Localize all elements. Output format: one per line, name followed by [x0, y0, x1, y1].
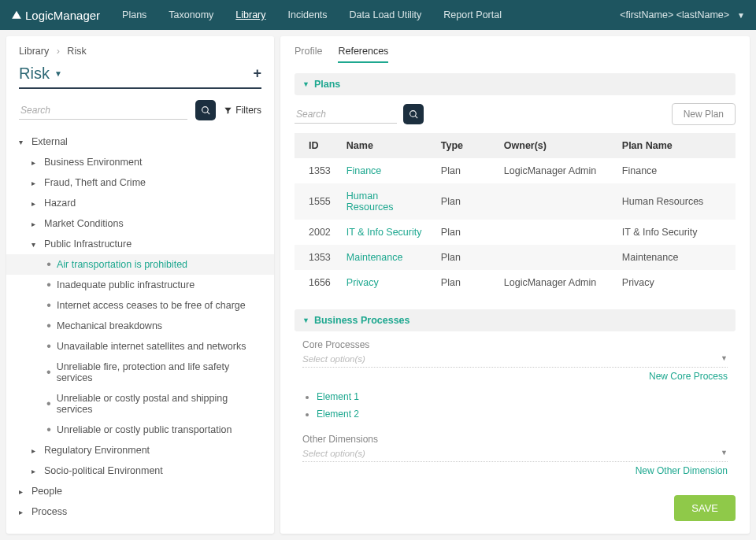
- new-other-dimension-link[interactable]: New Other Dimension: [302, 465, 728, 476]
- tree-leaf[interactable]: •Unreliable fire, protection and life sa…: [19, 357, 261, 388]
- plan-name-link[interactable]: Privacy: [346, 277, 379, 288]
- caret-down-icon: ▾: [32, 240, 41, 249]
- nav-incidents[interactable]: Incidents: [288, 9, 328, 20]
- cell-id: 1656: [295, 270, 339, 295]
- col-name[interactable]: Name: [339, 133, 433, 158]
- chevron-right-icon: ›: [57, 46, 60, 57]
- tree-label: External: [32, 136, 68, 147]
- tree-label: Unreliable or costly postal and shipping…: [57, 393, 261, 415]
- accordion-plans-label: Plans: [314, 79, 340, 90]
- cell-plan-name: Maintenance: [614, 245, 736, 270]
- sidebar-search-input[interactable]: [19, 102, 187, 120]
- user-menu[interactable]: <firstName> <lastName> ▼: [620, 9, 745, 20]
- other-dimensions-select[interactable]: Select option(s) ▼: [302, 446, 728, 462]
- section-title-text: Risk: [19, 65, 50, 83]
- bullet-icon: •: [44, 301, 54, 309]
- nav-plans[interactable]: Plans: [122, 9, 146, 20]
- tree-item[interactable]: ▸Hazard: [19, 193, 261, 213]
- add-button[interactable]: +: [253, 65, 261, 82]
- filters-label: Filters: [235, 105, 261, 116]
- tree-label: Unreliable or costly public transportati…: [57, 424, 232, 435]
- caret-right-icon: ▸: [19, 487, 28, 496]
- caret-down-icon: ▼: [302, 316, 309, 324]
- table-row: 1555Human ResourcesPlanHuman Resources: [295, 183, 736, 220]
- plans-search-input[interactable]: [295, 105, 397, 124]
- cell-plan-name: Privacy: [614, 270, 736, 295]
- caret-down-icon: ▼: [721, 449, 728, 458]
- cell-plan-name: IT & Info Security: [614, 220, 736, 245]
- caret-right-icon: ▸: [19, 508, 28, 516]
- brand-logo[interactable]: LogicManager: [11, 9, 100, 22]
- cell-type: Plan: [433, 270, 496, 295]
- tree-leaf[interactable]: •Mechanical breakdowns: [19, 316, 261, 336]
- cell-id: 1353: [295, 158, 339, 183]
- bullet-icon: •: [44, 368, 54, 376]
- nav-data-load-utility[interactable]: Data Load Utility: [350, 9, 422, 20]
- save-button[interactable]: SAVE: [674, 495, 736, 521]
- plan-name-link[interactable]: Finance: [346, 165, 381, 176]
- col-type[interactable]: Type: [433, 133, 496, 158]
- col-plan-name[interactable]: Plan Name: [614, 133, 736, 158]
- tree-item[interactable]: ▸Fraud, Theft and Crime: [19, 172, 261, 193]
- tree-leaf[interactable]: •Internet access ceases to be free of ch…: [19, 295, 261, 316]
- tree-label: People: [32, 486, 62, 497]
- accordion-business-processes[interactable]: ▼ Business Processes: [295, 309, 736, 331]
- table-row: 2002IT & Info SecurityPlanIT & Info Secu…: [295, 220, 736, 245]
- new-plan-button[interactable]: New Plan: [672, 103, 736, 125]
- tree-leaf[interactable]: •Inadequate public infrastructure: [19, 275, 261, 295]
- cell-type: Plan: [433, 183, 496, 220]
- plan-name-link[interactable]: Human Resources: [346, 190, 394, 213]
- tree-label: Market Conditions: [44, 218, 124, 229]
- tree-item[interactable]: ▸Socio-political Environment: [19, 460, 261, 481]
- new-core-process-link[interactable]: New Core Process: [302, 371, 728, 382]
- col-id[interactable]: ID: [295, 133, 339, 158]
- tree-label: Public Infrastructure: [44, 239, 132, 250]
- bullet-icon: •: [44, 281, 54, 289]
- section-title-dropdown[interactable]: Risk ▼: [19, 65, 62, 83]
- nav-report-portal[interactable]: Report Portal: [443, 9, 502, 20]
- cell-type: Plan: [433, 220, 496, 245]
- tree-item[interactable]: ▸People: [19, 481, 261, 501]
- nav-library[interactable]: Library: [235, 9, 265, 20]
- sidebar-search-button[interactable]: [195, 100, 216, 120]
- breadcrumb-risk[interactable]: Risk: [67, 46, 86, 57]
- caret-right-icon: ▸: [32, 220, 41, 228]
- accordion-plans[interactable]: ▼ Plans: [295, 73, 736, 95]
- tree-leaf[interactable]: •Unreliable or costly postal and shippin…: [19, 388, 261, 420]
- tree-external[interactable]: ▾External: [19, 131, 261, 152]
- nav-taxonomy[interactable]: Taxonomy: [169, 9, 213, 20]
- list-item[interactable]: Element 2: [317, 405, 728, 423]
- tree-item[interactable]: ▸Business Environment: [19, 152, 261, 172]
- tree-label: Mechanical breakdowns: [57, 320, 162, 331]
- caret-down-icon: ▼: [302, 80, 309, 88]
- tree-label: Unavailable internet satellites and netw…: [57, 341, 246, 352]
- filters-button[interactable]: Filters: [224, 105, 261, 116]
- col-owner[interactable]: Owner(s): [496, 133, 614, 158]
- tab-profile[interactable]: Profile: [295, 46, 322, 63]
- core-processes-select[interactable]: Select option(s) ▼: [302, 352, 728, 368]
- search-icon: [409, 109, 419, 120]
- tree-public-infrastructure[interactable]: ▾Public Infrastructure: [19, 234, 261, 254]
- tree-label: Hazard: [44, 198, 76, 209]
- tree-item[interactable]: ▸Market Conditions: [19, 213, 261, 234]
- tree-item[interactable]: ▸Regulatory Environment: [19, 440, 261, 460]
- plan-name-link[interactable]: Maintenance: [346, 252, 403, 263]
- caret-right-icon: ▸: [32, 199, 41, 208]
- user-name: <firstName> <lastName>: [620, 9, 729, 20]
- tree-label: Business Environment: [44, 157, 142, 168]
- tab-references[interactable]: References: [338, 46, 388, 63]
- tree-leaf[interactable]: •Unavailable internet satellites and net…: [19, 336, 261, 357]
- plan-name-link[interactable]: IT & Info Security: [346, 227, 422, 238]
- cell-owner: [496, 183, 614, 220]
- core-processes-label: Core Processes: [302, 339, 728, 350]
- tree-leaf[interactable]: •Air transportation is prohibited: [6, 254, 274, 275]
- list-item[interactable]: Element 1: [317, 388, 728, 405]
- plans-search-button[interactable]: [403, 104, 424, 124]
- cell-owner: LogicManager Admin: [496, 270, 614, 295]
- tree-item[interactable]: ▸Process: [19, 501, 261, 522]
- tree-label: Fraud, Theft and Crime: [44, 177, 146, 188]
- breadcrumb-library[interactable]: Library: [19, 46, 49, 57]
- table-header-row: ID Name Type Owner(s) Plan Name: [295, 133, 736, 158]
- table-row: 1656PrivacyPlanLogicManager AdminPrivacy: [295, 270, 736, 295]
- tree-leaf[interactable]: •Unreliable or costly public transportat…: [19, 420, 261, 440]
